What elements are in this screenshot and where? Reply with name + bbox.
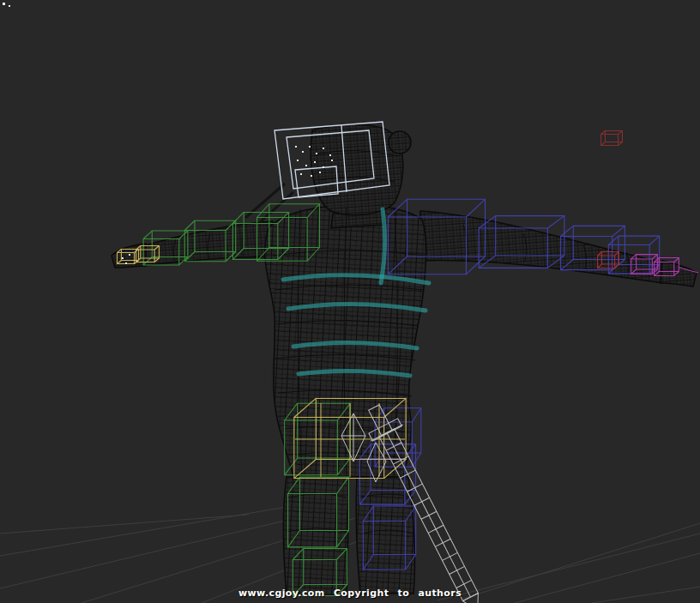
corner-artifact — [3, 3, 10, 7]
3d-viewport[interactable]: www.cgjoy.com Copyright to authors — [0, 0, 700, 603]
watermark: www.cgjoy.com Copyright to authors — [238, 588, 462, 599]
character-mesh[interactable] — [112, 124, 697, 595]
viewport-canvas[interactable] — [0, 0, 700, 603]
red-wire-fragment — [601, 130, 623, 145]
